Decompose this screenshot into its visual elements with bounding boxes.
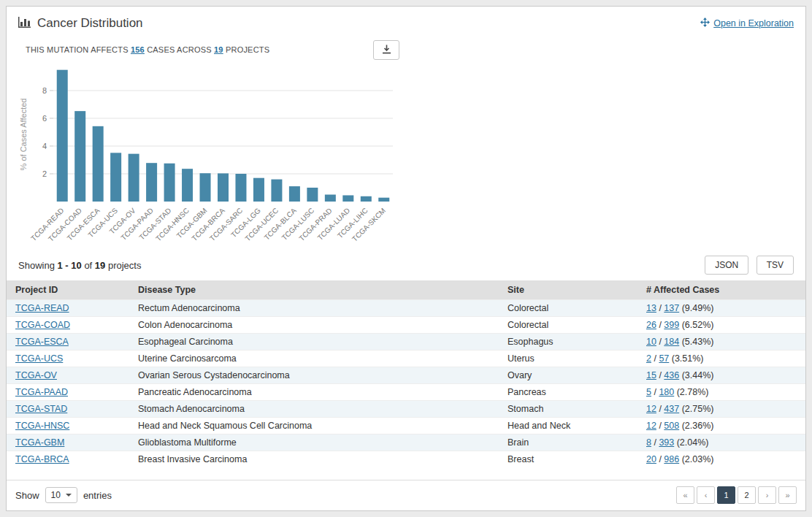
bar-TCGA-PRAD[interactable]: [325, 195, 336, 202]
showing-prefix: Showing: [18, 260, 55, 271]
affected-count-link[interactable]: 10: [646, 337, 656, 347]
bar-TCGA-BRCA[interactable]: [218, 173, 229, 202]
bar-TCGA-HNSC[interactable]: [182, 169, 193, 202]
projects-count-link[interactable]: 19: [214, 45, 223, 54]
affected-cases-cell: 2 / 57 (3.51%): [637, 351, 805, 367]
first-page-button[interactable]: «: [676, 486, 694, 504]
bar-chart-icon: [18, 17, 31, 31]
table-row: TCGA-UCSUterine CarcinosarcomaUterus2 / …: [7, 351, 805, 367]
project-link-TCGA-UCS[interactable]: TCGA-UCS: [15, 353, 63, 364]
disease-type-cell: Uterine Carcinosarcoma: [129, 351, 499, 367]
bar-TCGA-PAAD[interactable]: [146, 163, 157, 202]
disease-type-cell: Rectum Adenocarcinoma: [129, 300, 499, 317]
project-link-TCGA-READ[interactable]: TCGA-READ: [15, 303, 69, 313]
bar-TCGA-LUAD[interactable]: [342, 195, 353, 202]
bar-TCGA-STAD[interactable]: [164, 164, 175, 202]
total-count-link[interactable]: 437: [664, 404, 679, 414]
project-link-TCGA-HNSC[interactable]: TCGA-HNSC: [15, 421, 69, 431]
site-cell: Head and Neck: [499, 418, 637, 434]
total-count-link[interactable]: 137: [664, 303, 679, 313]
project-id-cell: TCGA-UCS: [7, 351, 129, 367]
last-page-button[interactable]: »: [778, 486, 797, 504]
cancer-distribution-panel: Cancer Distribution Open in Exploration: [6, 6, 806, 511]
page-2-button[interactable]: 2: [738, 486, 756, 504]
panel-footer: Show 10 entries «‹12›»: [7, 480, 805, 510]
bar-TCGA-GBM[interactable]: [200, 173, 211, 202]
bar-TCGA-UCS[interactable]: [110, 153, 121, 202]
affected-cases-cell: 8 / 393 (2.04%): [637, 434, 805, 451]
page-1-button[interactable]: 1: [717, 486, 735, 504]
project-link-TCGA-GBM[interactable]: TCGA-GBM: [15, 437, 64, 448]
next-page-button[interactable]: ›: [758, 486, 776, 504]
affected-cases-cell: 13 / 137 (9.49%): [637, 300, 805, 317]
bar-TCGA-READ[interactable]: [57, 70, 68, 202]
json-export-button[interactable]: JSON: [705, 256, 748, 275]
bar-TCGA-LGG[interactable]: [253, 178, 264, 202]
disease-type-cell: Stomach Adenocarcinoma: [129, 401, 499, 418]
site-cell: Pancreas: [499, 384, 637, 401]
project-id-cell: TCGA-READ: [7, 300, 129, 317]
y-tick-label: 2: [42, 169, 47, 178]
bar-TCGA-SARC[interactable]: [235, 174, 246, 202]
affected-count-link[interactable]: 5: [646, 387, 651, 397]
column-header-affected-cases: # Affected Cases: [637, 280, 805, 300]
affected-count-link[interactable]: 12: [646, 404, 656, 414]
y-axis-title: % of Cases Affected: [19, 99, 28, 171]
table-row: TCGA-READRectum AdenocarcinomaColorectal…: [7, 300, 805, 317]
mutation-summary: THIS MUTATION AFFECTS 156 CASES ACROSS 1…: [26, 40, 269, 54]
affected-cases-cell: 12 / 508 (2.36%): [637, 418, 805, 434]
bar-TCGA-OV[interactable]: [129, 154, 139, 202]
affected-cases-count-link[interactable]: 156: [131, 45, 145, 54]
summary-prefix: THIS MUTATION AFFECTS: [26, 45, 129, 54]
site-cell: Esophagus: [499, 334, 637, 351]
bar-TCGA-LUSC[interactable]: [307, 188, 318, 202]
total-count-link[interactable]: 57: [659, 353, 669, 364]
table-toolbar: Showing 1 - 10 of 19 projects JSON TSV: [18, 256, 794, 275]
total-count-link[interactable]: 393: [659, 437, 674, 448]
site-cell: Uterus: [499, 351, 637, 367]
affected-count-link[interactable]: 12: [646, 421, 656, 431]
summary-middle: CASES ACROSS: [147, 45, 212, 54]
open-in-exploration-link[interactable]: Open in Exploration: [700, 18, 794, 29]
total-count-link[interactable]: 399: [664, 320, 679, 330]
project-link-TCGA-BRCA[interactable]: TCGA-BRCA: [15, 454, 69, 464]
site-cell: Stomach: [499, 401, 637, 418]
bar-TCGA-UCEC[interactable]: [271, 180, 282, 202]
total-count-link[interactable]: 180: [659, 387, 674, 397]
tsv-export-button[interactable]: TSV: [757, 256, 794, 275]
disease-type-cell: Ovarian Serous Cystadenocarcinoma: [129, 367, 499, 384]
table-row: TCGA-HNSCHead and Neck Squamous Cell Car…: [7, 418, 805, 434]
page-size-select[interactable]: 10: [45, 487, 77, 503]
bar-TCGA-COAD[interactable]: [74, 111, 85, 202]
affected-percentage: (2.03%): [679, 454, 713, 464]
affected-count-link[interactable]: 2: [646, 353, 651, 364]
affected-count-link[interactable]: 26: [646, 320, 656, 330]
page-size-value: 10: [51, 490, 61, 500]
total-count-link[interactable]: 986: [664, 454, 679, 464]
bar-TCGA-SKCM[interactable]: [378, 198, 389, 202]
affected-count-link[interactable]: 15: [646, 370, 656, 380]
download-chart-button[interactable]: [373, 40, 399, 60]
total-count-link[interactable]: 436: [664, 370, 679, 380]
affected-cases-cell: 12 / 437 (2.75%): [637, 401, 805, 418]
download-icon: [382, 45, 391, 56]
affected-count-link[interactable]: 8: [646, 437, 651, 448]
affected-count-link[interactable]: 13: [646, 303, 656, 313]
total-count-link[interactable]: 508: [664, 421, 679, 431]
prev-page-button[interactable]: ‹: [697, 486, 715, 504]
project-link-TCGA-OV[interactable]: TCGA-OV: [15, 370, 57, 380]
project-link-TCGA-COAD[interactable]: TCGA-COAD: [15, 320, 70, 330]
affected-percentage: (2.78%): [674, 387, 708, 397]
bar-TCGA-BLCA[interactable]: [289, 186, 300, 202]
bar-TCGA-LIHC[interactable]: [361, 196, 372, 202]
project-link-TCGA-ESCA[interactable]: TCGA-ESCA: [15, 337, 69, 347]
column-header-site: Site: [499, 280, 637, 300]
total-count-link[interactable]: 184: [664, 337, 679, 347]
project-link-TCGA-PAAD[interactable]: TCGA-PAAD: [15, 387, 68, 397]
affected-count-link[interactable]: 20: [646, 454, 656, 464]
showing-of: of: [84, 260, 92, 271]
bar-TCGA-ESCA[interactable]: [93, 126, 104, 202]
project-link-TCGA-STAD[interactable]: TCGA-STAD: [15, 404, 67, 414]
showing-suffix: projects: [108, 260, 142, 271]
table-row: TCGA-BRCABreast Invasive CarcinomaBreast…: [7, 451, 805, 468]
